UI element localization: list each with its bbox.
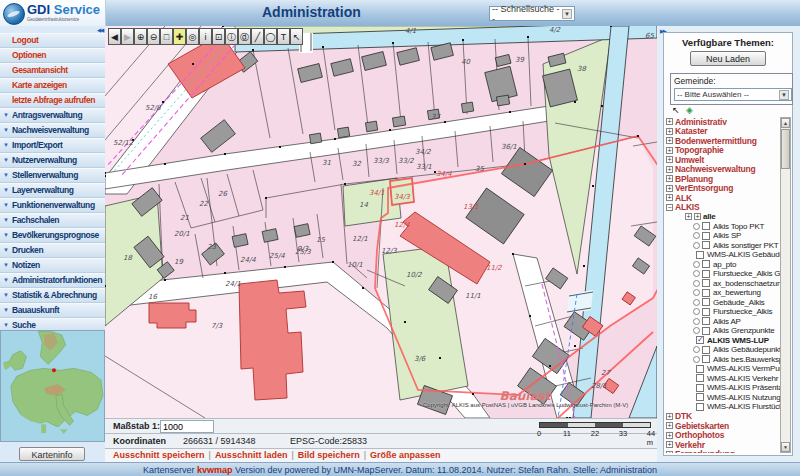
sidebar-section-funktionenverwaltung[interactable]: ▼Funktionenverwaltung [0,198,105,213]
expand-icon[interactable]: − [666,204,673,211]
layer-radio[interactable] [693,289,700,296]
tool-query[interactable]: i [199,28,212,45]
tree-item-alkis-sp[interactable]: Alkis SP [666,231,780,241]
tree-item-alkis-geb-udepunkte[interactable]: Alkis Gebäudepunkte [666,345,780,355]
tree-item-wms-alkis-nutzungen[interactable]: WMS-ALKIS Nutzungen [666,393,780,403]
scrollbar-thumb[interactable] [781,129,790,169]
tool-object-info[interactable]: ⓘ [225,28,238,45]
sidebar-section-nutzerverwaltung[interactable]: ▼Nutzerverwaltung [0,153,105,168]
tool-recenter[interactable]: ◎ [186,28,199,45]
expand-icon[interactable]: + [666,147,673,154]
layer-checkbox[interactable] [702,355,710,363]
sidebar-section-import-export[interactable]: ▼Import/Export [0,138,105,153]
expand-icon[interactable]: + [666,441,673,448]
layer-checkbox[interactable] [702,222,710,230]
tool-zoom-box[interactable]: □ [160,28,173,45]
layer-checkbox[interactable] [702,241,710,249]
tree-item-bplanung[interactable]: +BPlanung [666,174,780,184]
layer-checkbox[interactable] [702,298,710,306]
layer-radio[interactable] [693,242,700,249]
tree-item-geb-ude-alkis[interactable]: Gebäude_Alkis [666,298,780,308]
expand-icon[interactable]: + [666,166,673,173]
layer-radio[interactable] [693,346,700,353]
expand-icon[interactable]: + [666,432,673,439]
scroll-down-icon[interactable]: ▼ [781,442,790,452]
tree-item-wms-alkis-vermpunkte[interactable]: WMS-ALKIS VermPunkte [666,364,780,374]
layer-checkbox[interactable] [696,384,704,392]
sidebar-section-notizen[interactable]: ▼Notizen [0,258,105,273]
layer-checkbox[interactable] [702,308,710,316]
layer-checkbox[interactable] [696,374,704,382]
layer-checkbox[interactable] [702,327,710,335]
layer-radio[interactable] [693,261,700,268]
layers-icon[interactable]: ◈ [686,105,693,115]
layer-checkbox[interactable] [702,232,710,240]
expand-icon[interactable]: + [666,175,673,182]
tool-data-info[interactable]: ⓓ [238,28,251,45]
sidebar-section-drucken[interactable]: ▼Drucken [0,243,105,258]
expand-icon[interactable]: + [666,118,673,125]
tool-zoom-out[interactable]: ⊖ [147,28,160,45]
sidebar-section-bev-lkerungsprognose[interactable]: ▼Bevölkerungsprognose [0,228,105,243]
tree-item-alle[interactable]: ++alle [666,212,780,222]
tree-item-alkis-bes-bauwerkspunkte[interactable]: Alkis bes.Bauwerkspunkte [666,355,780,365]
layer-radio[interactable] [693,299,700,306]
sidebar-section-stellenverwaltung[interactable]: ▼Stellenverwaltung [0,168,105,183]
layer-radio[interactable] [693,356,700,363]
tool-annotate[interactable]: ◯ [264,28,277,45]
karteninfo-button[interactable]: Karteninfo [19,447,85,461]
map-viewport[interactable]: 52/852/124/14/2653740393836/1313233/333/… [105,26,657,418]
layer-radio[interactable] [693,308,700,315]
tool-history-forward[interactable]: ▶ [121,28,134,45]
tree-item-alk[interactable]: +ALK [666,193,780,203]
sidebar-link-optionen[interactable]: Optionen [0,48,105,63]
tree-item-umwelt[interactable]: +Umwelt [666,155,780,165]
expand-icon[interactable]: + [666,194,673,201]
sidebar-section-antragsverwaltung[interactable]: ▼Antragsverwaltung [0,108,105,123]
tree-item-wms-alkis-geb-ude[interactable]: WMS-ALKIS Gebäude [666,250,780,260]
scroll-up-icon[interactable]: ▲ [781,118,790,128]
layer-checkbox[interactable] [696,365,704,373]
layer-checkbox[interactable] [702,289,710,297]
tree-item-verkehr[interactable]: +Verkehr [666,440,780,450]
expand-icon[interactable]: + [666,185,673,192]
tree-item-alkis-grenzpunkte[interactable]: Alkis Grenzpunkte [666,326,780,336]
tool-text-tool[interactable]: T [277,28,290,45]
layer-checkbox[interactable] [696,393,704,401]
tree-item-topographie[interactable]: +Topographie [666,146,780,156]
layer-checkbox[interactable] [696,336,704,344]
tree-item-verentsorgung[interactable]: +VerEntsorgung [666,184,780,194]
layer-checkbox[interactable] [702,317,710,325]
expand-icon[interactable]: + [666,422,673,429]
sidebar-section-fachschalen[interactable]: ▼Fachschalen [0,213,105,228]
link-bild-speichern[interactable]: Bild speichern [298,450,360,460]
link-ausschnitt-laden[interactable]: Ausschnitt laden [215,450,288,460]
quick-search-select[interactable]: -- Schnellsuche -- ▼ [489,6,575,21]
tree-item-ax-bodenschaetzung[interactable]: ax_bodenschaetzung [666,279,780,289]
link-ausschnitt-speichern[interactable]: Ausschnitt speichern [113,450,205,460]
reload-themes-button[interactable]: Neu Laden [690,51,766,66]
tool-measure[interactable]: ╱ [251,28,264,45]
layer-checkbox[interactable] [696,251,704,259]
tree-item-alkis-wms-lup[interactable]: ALKIS WMS-LUP [666,336,780,346]
tree-item-bodenwertermittlung[interactable]: +Bodenwertermittlung [666,136,780,146]
tree-item-dtk[interactable]: +DTK [666,412,780,422]
tree-item-alkis-sonstiger-pkt[interactable]: Alkis sonstiger PKT [666,241,780,251]
tool-history-back[interactable]: ◀ [108,28,121,45]
sidebar-link-letzte-abfrage-aufrufen[interactable]: letzte Abfrage aufrufen [0,93,105,108]
layer-checkbox[interactable] [702,279,710,287]
sidebar-link-logout[interactable]: Logout [0,33,105,48]
layer-checkbox[interactable] [702,270,710,278]
overview-map[interactable] [0,330,105,442]
layer-checkbox[interactable] [702,260,710,268]
layer-radio[interactable] [693,318,700,325]
select-tool-icon[interactable]: ↖ [672,105,680,115]
tree-item-gebietskarten[interactable]: +Gebietskarten [666,421,780,431]
tree-item-fernerkundung[interactable]: +Fernerkundung [666,450,780,454]
tree-item-ax-bewertung[interactable]: ax_bewertung [666,288,780,298]
tree-item-alkis[interactable]: −ALKIS [666,203,780,213]
layer-radio[interactable] [693,223,700,230]
theme-tree-scrollbar[interactable]: ▲ ▼ [780,117,791,453]
tree-item-wms-alkis-pr-sentation[interactable]: WMS-ALKIS Präsentation [666,383,780,393]
layer-checkbox[interactable] [696,403,704,411]
